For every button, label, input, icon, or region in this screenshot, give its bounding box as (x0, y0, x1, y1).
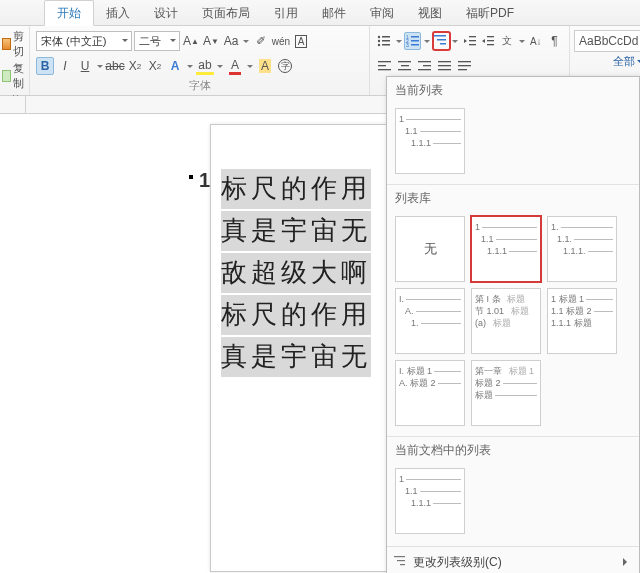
dropdown-caret-icon[interactable] (452, 37, 460, 46)
bullet-list-button[interactable] (376, 32, 393, 50)
align-left-button[interactable] (376, 57, 394, 75)
text-effects-button[interactable]: A (166, 57, 184, 75)
svg-rect-11 (411, 44, 419, 46)
ml-lib-3[interactable]: I. A. 1. (395, 288, 465, 354)
styles-all-link[interactable]: 全部 (613, 54, 640, 69)
highlighter-icon: ab (196, 58, 213, 75)
svg-rect-35 (458, 69, 467, 70)
svg-rect-34 (458, 65, 471, 66)
tab-home[interactable]: 开始 (44, 0, 94, 26)
highlight-button[interactable]: ab (196, 57, 214, 75)
copy-icon (2, 70, 11, 82)
ml-none[interactable]: 无 (395, 216, 465, 282)
align-justify-button[interactable] (436, 57, 454, 75)
ml-lib-4[interactable]: 第 I 条 标题 节 1.01 标题 (a) 标题 (471, 288, 541, 354)
svg-rect-30 (438, 61, 451, 62)
dropdown-caret-icon[interactable] (423, 37, 431, 46)
font-group: 宋体 (中文正) 二号 A▲ A▼ Aa ✐ wén A B I U abc X… (30, 26, 370, 95)
ml-current-item[interactable]: 1 1.1 1.1.1 (395, 108, 465, 174)
dropdown-caret-icon[interactable] (96, 62, 104, 71)
submenu-arrow-icon (623, 558, 631, 566)
number-list-button[interactable]: 123 (404, 32, 421, 50)
ml-section-indoc: 当前文档中的列表 (387, 436, 639, 462)
multilevel-list-icon (433, 34, 449, 48)
ml-lib-2[interactable]: 1. 1.1. 1.1.1. (547, 216, 617, 282)
cut-label: 剪切 (13, 29, 27, 59)
char-border-button[interactable]: A (292, 32, 310, 50)
svg-point-0 (378, 36, 380, 38)
decrease-indent-button[interactable] (461, 32, 478, 50)
svg-rect-21 (378, 61, 391, 62)
pilcrow-icon: ¶ (551, 34, 557, 48)
tab-review[interactable]: 审阅 (358, 1, 406, 25)
tab-design[interactable]: 设计 (142, 1, 190, 25)
dropdown-caret-icon[interactable] (518, 37, 526, 46)
tab-view[interactable]: 视图 (406, 1, 454, 25)
font-name-combo[interactable]: 宋体 (中文正) (36, 31, 132, 51)
show-marks-button[interactable]: ¶ (546, 32, 563, 50)
dropdown-caret-icon[interactable] (216, 62, 224, 71)
sort-button[interactable]: A↓ (527, 32, 544, 50)
font-color-button[interactable]: A (226, 57, 244, 75)
svg-rect-12 (434, 35, 446, 37)
clear-format-button[interactable]: ✐ (252, 32, 270, 50)
align-right-icon (418, 60, 432, 72)
copy-button[interactable]: 复制 (2, 60, 27, 92)
char-shading-button[interactable]: A (256, 57, 274, 75)
bold-button[interactable]: B (36, 57, 54, 75)
tab-insert[interactable]: 插入 (94, 1, 142, 25)
text-line: 敌超级大啊 (221, 253, 371, 293)
text-line: 真是宇宙无 (221, 337, 371, 377)
svg-point-2 (378, 40, 380, 42)
dropdown-caret-icon[interactable] (186, 62, 194, 71)
dropdown-caret-icon[interactable] (242, 37, 250, 46)
superscript-button[interactable]: X2 (146, 57, 164, 75)
multilevel-list-button[interactable] (433, 32, 450, 50)
tab-foxit-pdf[interactable]: 福昕PDF (454, 1, 526, 25)
tab-mailings[interactable]: 邮件 (310, 1, 358, 25)
svg-rect-33 (458, 61, 471, 62)
tab-references[interactable]: 引用 (262, 1, 310, 25)
italic-button[interactable]: I (56, 57, 74, 75)
ml-indoc-item[interactable]: 1 1.1 1.1.1 (395, 468, 465, 534)
ml-change-level[interactable]: 更改列表级别(C) (387, 549, 639, 573)
ml-section-library: 列表库 (387, 184, 639, 210)
svg-rect-20 (487, 44, 494, 45)
dropdown-caret-icon[interactable] (395, 37, 403, 46)
align-center-icon (398, 60, 412, 72)
phonetic-guide-button[interactable]: wén (272, 32, 290, 50)
subscript-button[interactable]: X2 (126, 57, 144, 75)
change-case-button[interactable]: Aa (222, 32, 240, 50)
tab-layout[interactable]: 页面布局 (190, 1, 262, 25)
ml-lib-6[interactable]: I. 标题 1 A. 标题 2 (395, 360, 465, 426)
scissors-icon (2, 38, 11, 50)
svg-rect-31 (438, 65, 451, 66)
dropdown-caret-icon[interactable] (246, 62, 254, 71)
cut-button[interactable]: 剪切 (2, 28, 27, 60)
svg-rect-3 (382, 40, 390, 42)
list-level-icon (393, 554, 407, 568)
font-size-combo[interactable]: 二号 (134, 31, 180, 51)
svg-rect-29 (418, 69, 431, 70)
increase-indent-button[interactable] (480, 32, 497, 50)
text-direction-button[interactable]: 文 (499, 32, 516, 50)
ml-lib-5[interactable]: 1 标题 1 1.1 标题 2 1.1.1 标题 (547, 288, 617, 354)
strike-button[interactable]: abc (106, 57, 124, 75)
align-right-button[interactable] (416, 57, 434, 75)
ml-lib-1[interactable]: 1 1.1 1.1.1 (471, 216, 541, 282)
style-preview-normal[interactable]: AaBbCcDd (574, 30, 640, 52)
eraser-icon: ✐ (256, 34, 266, 48)
text-line: 标尺的作用 (221, 169, 371, 209)
svg-rect-9 (411, 40, 419, 42)
ml-lib-7[interactable]: 第一章 标题 1 标题 2 标题 (471, 360, 541, 426)
enclose-char-button[interactable]: 字 (276, 57, 294, 75)
align-distributed-button[interactable] (456, 57, 474, 75)
align-center-button[interactable] (396, 57, 414, 75)
bullet-list-icon (377, 34, 391, 48)
shrink-font-button[interactable]: A▼ (202, 32, 220, 50)
underline-button[interactable]: U (76, 57, 94, 75)
svg-rect-7 (411, 36, 419, 38)
svg-rect-13 (437, 39, 446, 41)
grow-font-button[interactable]: A▲ (182, 32, 200, 50)
multilevel-list-dropdown: 当前列表 1 1.1 1.1.1 列表库 无 1 1.1 1.1.1 1. 1.… (386, 76, 640, 573)
